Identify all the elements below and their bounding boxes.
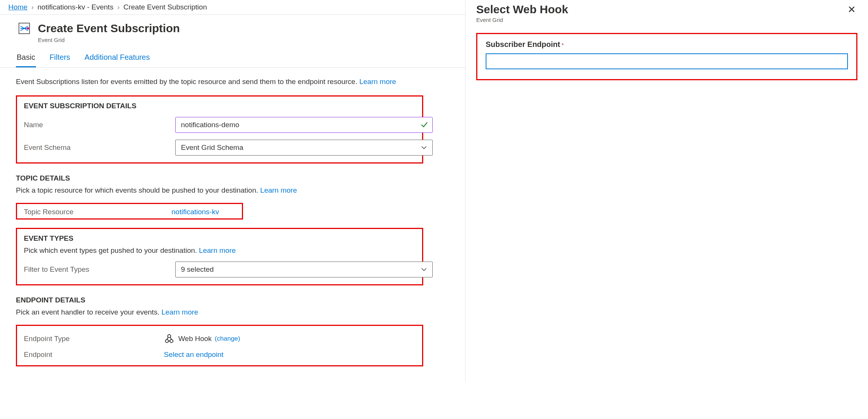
page-subtitle: Event Grid — [0, 37, 465, 47]
tab-basic[interactable]: Basic — [16, 51, 36, 67]
svg-point-4 — [168, 335, 171, 338]
filter-event-types-value: 9 selected — [181, 265, 214, 274]
event-schema-select[interactable]: Event Grid Schema — [175, 140, 433, 156]
topic-resource-link[interactable]: notifications-kv — [171, 208, 219, 216]
close-icon: ✕ — [848, 4, 856, 15]
right-pane-title: Select Web Hook — [476, 3, 568, 16]
endpoint-type-value: Web Hook — [178, 335, 212, 343]
breadcrumb-events[interactable]: notifications-kv - Events — [37, 3, 114, 11]
topic-desc: Pick a topic resource for which events s… — [16, 186, 423, 195]
event-subscription-details-section: EVENT SUBSCRIPTION DETAILS Name Event Sc… — [16, 95, 423, 164]
subscriber-endpoint-input[interactable] — [486, 53, 848, 69]
svg-point-3 — [170, 340, 173, 343]
webhook-icon — [164, 333, 175, 344]
chevron-right-icon: › — [117, 3, 120, 11]
lead-text-span: Event Subscriptions listen for events em… — [16, 78, 359, 86]
chevron-down-icon — [421, 266, 427, 273]
learn-more-link[interactable]: Learn more — [161, 308, 198, 316]
name-label: Name — [24, 121, 175, 129]
name-input[interactable] — [175, 117, 433, 133]
topic-resource-label: Topic Resource — [24, 208, 171, 216]
select-endpoint-link[interactable]: Select an endpoint — [164, 350, 223, 359]
event-types-desc-text: Pick which event types get pushed to you… — [24, 246, 199, 254]
learn-more-link[interactable]: Learn more — [199, 246, 236, 254]
endpoint-desc: Pick an event handler to receive your ev… — [16, 308, 423, 316]
breadcrumb: Home › notifications-kv - Events › Creat… — [0, 0, 465, 15]
svg-point-2 — [165, 340, 168, 343]
learn-more-link[interactable]: Learn more — [260, 186, 297, 194]
svg-point-1 — [27, 27, 29, 30]
tabs: Basic Filters Additional Features — [0, 47, 465, 68]
endpoint-label: Endpoint — [24, 350, 164, 359]
subscriber-endpoint-section: Subscriber Endpoint* — [476, 33, 857, 80]
breadcrumb-current: Create Event Subscription — [123, 3, 207, 11]
section-title-topic: TOPIC DETAILS — [16, 174, 423, 182]
section-title-subscription: EVENT SUBSCRIPTION DETAILS — [24, 102, 415, 110]
chevron-right-icon: › — [31, 3, 34, 11]
required-indicator: * — [562, 42, 564, 48]
subscriber-endpoint-label: Subscriber Endpoint — [486, 40, 560, 48]
lead-text: Event Subscriptions listen for events em… — [16, 77, 423, 87]
endpoint-config-section: Endpoint Type Web Hook (change) Endpoint — [16, 325, 423, 366]
event-schema-value: Event Grid Schema — [181, 143, 243, 152]
tab-additional-features[interactable]: Additional Features — [84, 51, 150, 67]
right-pane-subtitle: Event Grid — [476, 17, 568, 23]
endpoint-type-label: Endpoint Type — [24, 335, 164, 343]
close-button[interactable]: ✕ — [846, 3, 857, 16]
topic-resource-section: Topic Resource notifications-kv — [16, 203, 243, 220]
filter-event-types-label: Filter to Event Types — [24, 265, 175, 274]
checkmark-icon — [421, 121, 428, 129]
learn-more-link[interactable]: Learn more — [359, 78, 396, 86]
change-endpoint-type-link[interactable]: (change) — [215, 335, 240, 343]
chevron-down-icon — [421, 145, 427, 151]
endpoint-desc-text: Pick an event handler to receive your ev… — [16, 308, 161, 316]
filter-event-types-select[interactable]: 9 selected — [175, 262, 433, 277]
event-grid-icon — [16, 20, 33, 37]
section-title-event-types: EVENT TYPES — [24, 234, 415, 243]
event-types-desc: Pick which event types get pushed to you… — [24, 246, 415, 255]
tab-filters[interactable]: Filters — [49, 51, 71, 67]
page-title: Create Event Subscription — [38, 22, 180, 35]
event-schema-label: Event Schema — [24, 143, 175, 152]
section-title-endpoint: ENDPOINT DETAILS — [16, 296, 423, 304]
breadcrumb-home[interactable]: Home — [8, 3, 28, 11]
topic-desc-text: Pick a topic resource for which events s… — [16, 186, 260, 194]
event-types-section: EVENT TYPES Pick which event types get p… — [16, 228, 423, 285]
